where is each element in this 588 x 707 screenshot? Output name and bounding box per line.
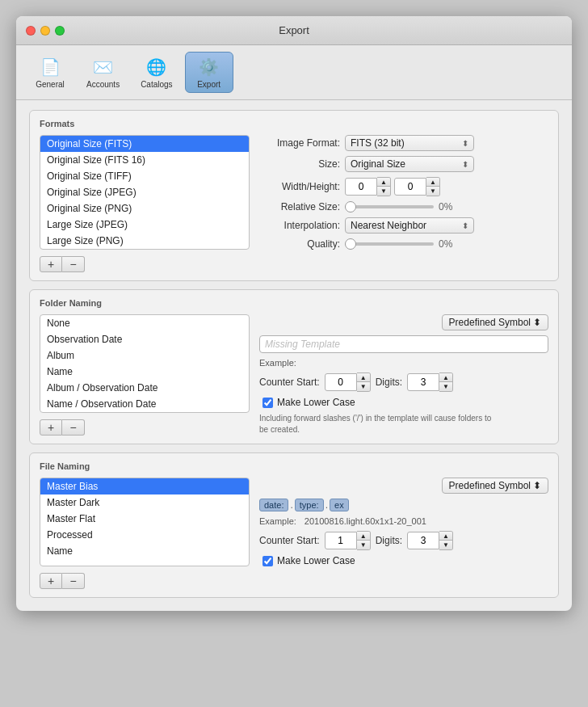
list-item[interactable]: Album	[40, 347, 249, 364]
formats-form: Image Format: FITS (32 bit) ⬍ Size: Orig…	[259, 135, 548, 272]
token-ex[interactable]: ex	[330, 499, 349, 511]
folder-counter-input[interactable]	[325, 373, 357, 391]
token-type[interactable]: type:	[295, 499, 324, 511]
list-item[interactable]: Original Size (PNG)	[40, 200, 249, 217]
folder-predefined-button[interactable]: Predefined Symbol ⬍	[442, 314, 548, 330]
token-dot-2: .	[326, 499, 328, 511]
folder-lowercase-label: Make Lower Case	[277, 397, 355, 408]
traffic-lights	[26, 26, 65, 36]
relative-size-slider[interactable]	[345, 205, 434, 208]
size-select[interactable]: Original Size ⬍	[345, 156, 474, 172]
chevron-icon: ⬍	[462, 139, 468, 148]
folder-naming-form: Predefined Symbol ⬍ Example: Counter Sta…	[259, 314, 548, 436]
interpolation-row: Interpolation: Nearest Neighbor ⬍	[259, 217, 548, 234]
relative-size-row: Relative Size: 0%	[259, 201, 548, 213]
chevron-icon: ⬍	[533, 480, 541, 491]
folder-template-input[interactable]	[259, 335, 548, 353]
file-naming-remove-button[interactable]: −	[62, 573, 85, 589]
main-window: Export 📄 General ✉️ Accounts 🌐 Catalogs …	[16, 16, 572, 611]
width-height-row: Width/Height: ▲ ▼	[259, 177, 548, 196]
file-counter-label: Counter Start:	[259, 535, 320, 546]
folder-example-label: Example:	[259, 358, 296, 368]
list-item[interactable]: Large Size (JPEG)	[40, 217, 249, 233]
folder-counter-row: Counter Start: ▲ ▼ Digits:	[259, 372, 548, 392]
height-increment[interactable]: ▲	[426, 178, 439, 187]
formats-add-button[interactable]: +	[40, 256, 62, 272]
list-item[interactable]: Original Size (FITS 16)	[40, 152, 249, 168]
folder-lowercase-checkbox[interactable]	[262, 398, 273, 408]
file-lowercase-label: Make Lower Case	[277, 555, 355, 566]
list-item[interactable]: Original Size (TIFF)	[40, 168, 249, 184]
catalogs-icon: 🌐	[145, 56, 168, 78]
width-input[interactable]	[345, 178, 377, 196]
list-item[interactable]: Master Bias	[40, 478, 249, 494]
file-counter-increment[interactable]: ▲	[357, 532, 370, 541]
formats-remove-button[interactable]: −	[62, 256, 85, 272]
folder-digits-increment[interactable]: ▲	[439, 373, 452, 382]
file-predefined-row: Predefined Symbol ⬍	[259, 478, 548, 494]
folder-counter-increment[interactable]: ▲	[357, 373, 370, 382]
height-decrement[interactable]: ▼	[426, 187, 439, 196]
width-decrement[interactable]: ▼	[377, 187, 390, 196]
list-item[interactable]: None	[40, 315, 249, 331]
window-title: Export	[279, 24, 309, 36]
list-item[interactable]: Master Dark	[40, 494, 249, 511]
file-lowercase-checkbox[interactable]	[262, 556, 273, 566]
file-naming-list-controls: + −	[40, 573, 250, 589]
toolbar-item-export[interactable]: ⚙️ Export	[185, 52, 233, 93]
toolbar-label-catalogs: Catalogs	[141, 80, 172, 89]
file-counter-decrement[interactable]: ▼	[357, 541, 370, 549]
close-button[interactable]	[26, 26, 36, 36]
token-date[interactable]: date:	[259, 499, 288, 511]
file-digits-stepper: ▲ ▼	[407, 531, 453, 550]
width-stepper-btns: ▲ ▼	[377, 177, 391, 196]
file-digits-label: Digits:	[376, 535, 402, 546]
quality-slider[interactable]	[345, 242, 434, 246]
list-item[interactable]: Processed	[40, 527, 249, 543]
image-format-select[interactable]: FITS (32 bit) ⬍	[345, 135, 474, 151]
interpolation-select[interactable]: Nearest Neighbor ⬍	[345, 217, 474, 234]
file-naming-add-button[interactable]: +	[40, 573, 62, 589]
folder-digits-decrement[interactable]: ▼	[439, 382, 452, 391]
folder-example-row: Example:	[259, 358, 548, 368]
folder-digits-input[interactable]	[407, 373, 439, 391]
folder-naming-row: None Observation Date Album Name Album /…	[40, 314, 548, 436]
width-stepper: ▲ ▼	[345, 177, 391, 196]
list-item[interactable]: Album / Observation Date	[40, 380, 249, 396]
toolbar-item-general[interactable]: 📄 General	[26, 52, 74, 93]
list-item[interactable]: Master Flat	[40, 511, 249, 527]
formats-title: Formats	[40, 119, 548, 128]
list-item[interactable]: Original Size (JPEG)	[40, 184, 249, 200]
height-input[interactable]	[394, 178, 426, 196]
list-item[interactable]: Name	[40, 364, 249, 380]
list-item[interactable]: Large Size (PNG)	[40, 233, 249, 249]
minimize-button[interactable]	[40, 26, 50, 36]
file-counter-row: Counter Start: ▲ ▼ Digits:	[259, 531, 548, 550]
folder-counter-stepper: ▲ ▼	[325, 372, 371, 392]
list-item[interactable]: Name / Observation Date	[40, 396, 249, 412]
file-digits-input[interactable]	[407, 532, 439, 549]
relative-size-label: Relative Size:	[259, 201, 340, 213]
list-item[interactable]: Name	[40, 543, 249, 559]
file-digits-increment[interactable]: ▲	[439, 532, 452, 541]
list-item[interactable]: Observation Date	[40, 331, 249, 347]
file-digits-decrement[interactable]: ▼	[439, 541, 452, 549]
folder-counter-decrement[interactable]: ▼	[357, 382, 370, 391]
image-format-label: Image Format:	[259, 137, 340, 149]
accounts-icon: ✉️	[92, 56, 115, 78]
formats-row: Original Size (FITS) Original Size (FITS…	[40, 135, 548, 272]
file-digits-btns: ▲ ▼	[439, 531, 453, 550]
file-predefined-button[interactable]: Predefined Symbol ⬍	[442, 478, 548, 494]
folder-naming-list: None Observation Date Album Name Album /…	[40, 314, 250, 413]
folder-naming-add-button[interactable]: +	[40, 419, 62, 436]
toolbar-item-accounts[interactable]: ✉️ Accounts	[78, 52, 128, 93]
content-area: Formats Original Size (FITS) Original Si…	[16, 100, 572, 611]
token-dot-1: .	[290, 499, 292, 511]
list-item[interactable]: Original Size (FITS)	[40, 136, 249, 152]
file-counter-input[interactable]	[325, 532, 357, 549]
maximize-button[interactable]	[55, 26, 65, 36]
folder-naming-remove-button[interactable]: −	[62, 419, 85, 436]
title-bar: Export	[16, 16, 572, 45]
width-increment[interactable]: ▲	[377, 178, 390, 187]
toolbar-item-catalogs[interactable]: 🌐 Catalogs	[132, 52, 181, 93]
